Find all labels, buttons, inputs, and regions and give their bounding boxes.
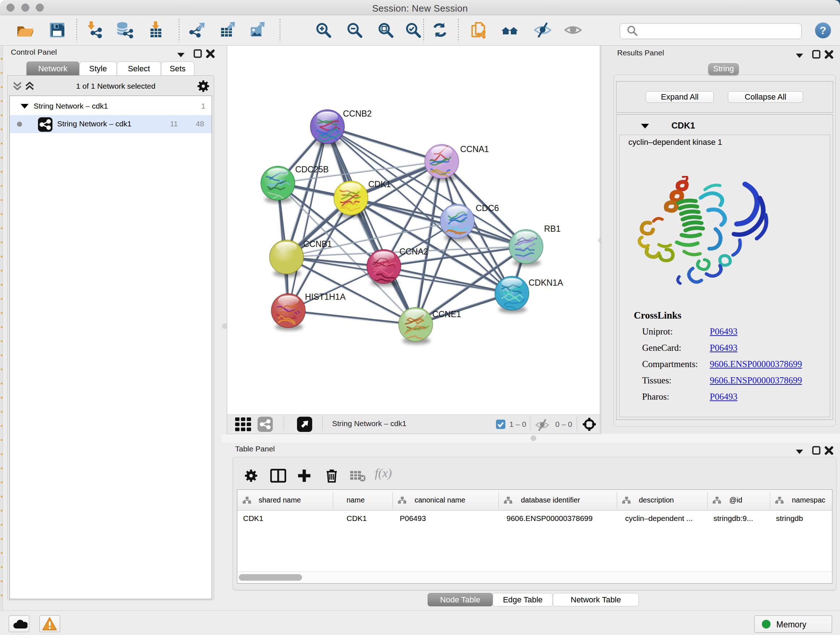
svg-text:HIST1H1A: HIST1H1A bbox=[305, 292, 346, 302]
svg-text:CCNE1: CCNE1 bbox=[432, 310, 461, 319]
svg-text:CCNA2: CCNA2 bbox=[399, 247, 428, 256]
svg-text:RB1: RB1 bbox=[544, 224, 561, 233]
svg-text:CDC6: CDC6 bbox=[476, 203, 499, 213]
svg-text:CCNB1: CCNB1 bbox=[303, 239, 332, 249]
svg-text:CCNA1: CCNA1 bbox=[460, 144, 489, 154]
svg-text:CDKN1A: CDKN1A bbox=[529, 278, 563, 287]
svg-text:CDC25B: CDC25B bbox=[295, 165, 329, 174]
svg-text:CCNB2: CCNB2 bbox=[343, 109, 372, 119]
svg-text:CDK1: CDK1 bbox=[368, 180, 391, 189]
